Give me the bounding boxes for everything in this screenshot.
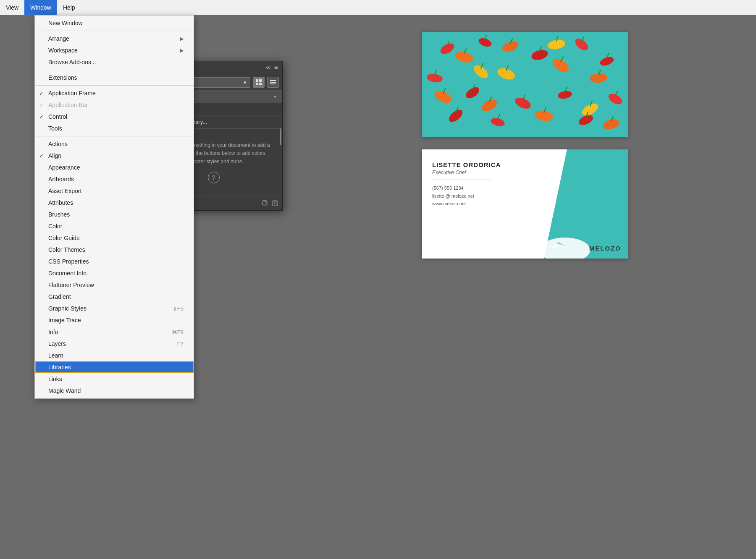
grid-view-button[interactable]: [253, 77, 265, 88]
help-icon[interactable]: ?: [208, 172, 220, 183]
menu-item-color[interactable]: Color: [35, 220, 194, 232]
control-label: Control: [48, 113, 67, 120]
my-library-expand-icon: ▾: [274, 94, 276, 99]
menu-item-css-properties[interactable]: CSS Properties: [35, 256, 194, 267]
menu-item-application-bar[interactable]: ✓ Application Bar: [35, 99, 194, 111]
menu-item-tools[interactable]: Tools: [35, 123, 194, 134]
menu-item-libraries[interactable]: Libraries: [35, 361, 194, 373]
extensions-label: Extensions: [48, 74, 77, 81]
bc-email: lisette @ melozo.net: [432, 192, 534, 200]
graphic-styles-label: Graphic Styles: [48, 305, 87, 312]
layers-label: Layers: [48, 340, 66, 347]
info-label: Info: [48, 329, 58, 335]
separator-3: [35, 85, 194, 86]
menu-item-info[interactable]: Info ⌘F8: [35, 326, 194, 338]
sync-icon[interactable]: [261, 199, 268, 207]
panel-menu-icon[interactable]: ≡: [274, 64, 278, 71]
delete-icon[interactable]: [272, 199, 278, 207]
menu-item-attributes[interactable]: Attributes: [35, 197, 194, 209]
gradient-label: Gradient: [48, 293, 71, 300]
menu-help[interactable]: Help: [57, 0, 81, 15]
browse-addons-label: Browse Add-ons...: [48, 59, 96, 65]
list-icon: [270, 79, 276, 85]
align-check-icon: ✓: [39, 153, 44, 159]
css-properties-label: CSS Properties: [48, 258, 89, 265]
menu-item-extensions[interactable]: Extensions: [35, 72, 194, 84]
bc-brand-logo: MELOZO: [589, 245, 621, 252]
bc-title: Executive Chef: [432, 170, 534, 175]
menu-item-appearance[interactable]: Appearance: [35, 162, 194, 173]
bc-teal-svg: [544, 149, 628, 259]
menu-item-image-trace[interactable]: Image Trace: [35, 314, 194, 326]
menu-item-layers[interactable]: Layers F7: [35, 338, 194, 350]
svg-rect-2: [256, 83, 258, 85]
layers-shortcut: F7: [177, 341, 184, 347]
links-label: Links: [48, 376, 62, 382]
brushes-label: Brushes: [48, 211, 70, 218]
svg-rect-9: [273, 201, 278, 206]
business-card-artwork: LISETTE ORDORICA Executive Chef (567) 55…: [422, 149, 628, 259]
graphic-styles-shortcut: ⇧F5: [173, 306, 184, 312]
bc-phone: (567) 555 1234: [432, 184, 534, 192]
menu-item-control[interactable]: ✓ Control: [35, 111, 194, 123]
color-label: Color: [48, 223, 62, 230]
workspace-arrow-icon: ▶: [180, 48, 184, 53]
attributes-label: Attributes: [48, 199, 73, 206]
menu-item-brushes[interactable]: Brushes: [35, 209, 194, 220]
arrange-arrow-icon: ▶: [180, 36, 184, 42]
workspace-label: Workspace: [48, 47, 78, 54]
sync-svg-icon: [261, 199, 268, 206]
menu-item-application-frame[interactable]: ✓ Application Frame: [35, 87, 194, 99]
flattener-preview-label: Flattener Preview: [48, 282, 94, 288]
menu-item-browse-addons[interactable]: Browse Add-ons...: [35, 56, 194, 68]
panel-footer-right: [261, 199, 278, 207]
tools-label: Tools: [48, 125, 62, 132]
menu-item-arrange[interactable]: Arrange ▶: [35, 33, 194, 44]
arrange-label: Arrange: [48, 35, 69, 42]
menu-window[interactable]: Window: [24, 0, 57, 15]
svg-rect-6: [270, 84, 276, 84]
menu-item-gradient[interactable]: Gradient: [35, 291, 194, 303]
peppers-artwork: [422, 32, 628, 137]
image-trace-label: Image Trace: [48, 317, 81, 324]
menu-item-graphic-styles[interactable]: Graphic Styles ⇧F5: [35, 303, 194, 314]
align-label: Align: [48, 152, 61, 159]
menu-item-actions[interactable]: Actions: [35, 138, 194, 150]
menu-item-asset-export[interactable]: Asset Export: [35, 185, 194, 197]
list-view-button[interactable]: [267, 77, 279, 88]
panel-collapse-icon[interactable]: ≪: [265, 65, 271, 71]
menu-item-artboards[interactable]: Artboards: [35, 173, 194, 185]
menu-item-workspace[interactable]: Workspace ▶: [35, 44, 194, 56]
svg-rect-5: [270, 82, 276, 83]
svg-rect-1: [259, 79, 262, 82]
menu-item-align[interactable]: ✓ Align: [35, 150, 194, 162]
libraries-label: Libraries: [48, 364, 71, 371]
peppers-svg: [422, 32, 628, 137]
application-bar-label: Application Bar: [48, 102, 88, 108]
menu-item-document-info[interactable]: Document Info: [35, 267, 194, 279]
menu-item-magic-wand[interactable]: Magic Wand: [35, 385, 194, 397]
artboards-label: Artboards: [48, 176, 74, 183]
application-frame-label: Application Frame: [48, 90, 96, 97]
svg-rect-3: [259, 83, 262, 85]
menu-item-links[interactable]: Links: [35, 373, 194, 385]
info-shortcut: ⌘F8: [172, 329, 184, 335]
menu-view[interactable]: View: [0, 0, 24, 15]
menu-item-flattener-preview[interactable]: Flattener Preview: [35, 279, 194, 291]
separator-1: [35, 31, 194, 31]
window-dropdown-menu: New Window Arrange ▶ Workspace ▶ Browse …: [34, 15, 194, 399]
magic-wand-label: Magic Wand: [48, 387, 81, 394]
business-card-teal-section: MELOZO: [544, 149, 628, 259]
menu-item-color-themes[interactable]: Color Themes: [35, 244, 194, 256]
appearance-label: Appearance: [48, 164, 80, 171]
separator-4: [35, 136, 194, 136]
panel-scrollbar[interactable]: [280, 128, 281, 145]
svg-rect-0: [256, 79, 258, 82]
svg-rect-11: [274, 200, 276, 201]
bc-contact: (567) 555 1234 lisette @ melozo.net www.…: [432, 184, 534, 208]
business-card-info: LISETTE ORDORICA Executive Chef (567) 55…: [432, 161, 534, 208]
menu-item-learn[interactable]: Learn: [35, 350, 194, 361]
menu-item-color-guide[interactable]: Color Guide: [35, 232, 194, 244]
application-frame-check-icon: ✓: [39, 90, 44, 97]
menu-item-new-window[interactable]: New Window: [35, 17, 194, 29]
